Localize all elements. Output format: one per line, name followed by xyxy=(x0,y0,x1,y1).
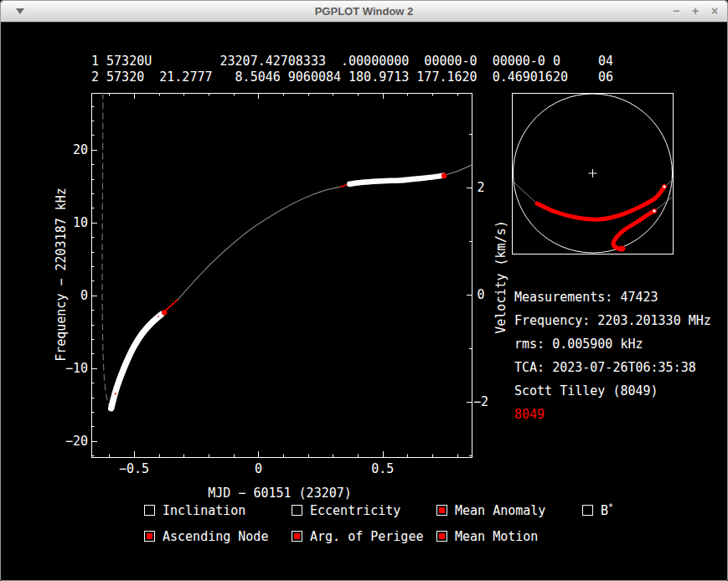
frequency-text: Frequency: 2203.201330 MHz xyxy=(514,314,711,327)
satellite-position-dot xyxy=(653,209,657,213)
satellite-position-dot xyxy=(663,185,667,189)
x-axis-title: MJD − 60151 (23207) xyxy=(154,486,405,500)
checkbox-ascending-node[interactable] xyxy=(144,531,155,542)
pgplot-window: PGPLOT Window 2 − + × 1 57320U 23207.427… xyxy=(0,0,728,581)
legend-label: B* xyxy=(601,504,613,517)
legend-label: Arg. of Perigee xyxy=(310,530,423,543)
sky-plot xyxy=(513,94,674,255)
tle-line-2: 2 57320 21.2777 8.5046 9060084 180.9713 … xyxy=(91,70,613,84)
checkbox-mean-motion[interactable] xyxy=(436,531,447,542)
outlier-speck-2 xyxy=(157,316,159,317)
legend-label: Eccentricity xyxy=(310,504,400,517)
legend-item-arg-of-perigee[interactable]: Arg. of Perigee xyxy=(292,530,423,544)
tick-label: 0 xyxy=(467,288,495,301)
rms-text: rms: 0.005900 kHz xyxy=(514,337,643,351)
plot-frame xyxy=(92,94,472,458)
tick-label: −20 xyxy=(48,434,88,448)
tick-label: −10 xyxy=(48,362,88,375)
measured-pre-tca xyxy=(111,315,162,409)
track-end-blob xyxy=(619,246,625,252)
tick-label: 2 xyxy=(467,181,495,194)
legend-item-b[interactable]: B* xyxy=(582,504,613,518)
tick-label: 10 xyxy=(48,216,88,229)
legend-label: Ascending Node xyxy=(163,530,268,543)
checkbox-eccentricity[interactable] xyxy=(292,505,302,516)
legend-item-mean-motion[interactable]: Mean Motion xyxy=(436,530,538,544)
pass2-lead-in xyxy=(654,198,672,211)
legend-item-eccentricity[interactable]: Eccentricity xyxy=(292,504,400,518)
fit-curve xyxy=(178,187,340,300)
tick-label: 0 xyxy=(48,289,88,302)
tick-label: −0.5 xyxy=(111,462,157,476)
checkbox-mean-anomaly[interactable] xyxy=(436,505,447,516)
legend-item-ascending-node[interactable]: Ascending Node xyxy=(144,530,268,544)
checkbox-arg-of-perigee[interactable] xyxy=(292,531,302,542)
tick-label: −2 xyxy=(467,395,495,409)
callsign-text: 8049 xyxy=(514,408,545,421)
tick-label: 20 xyxy=(48,143,88,157)
legend-label: Mean Anomaly xyxy=(455,504,545,517)
measurements-text: Measurements: 47423 xyxy=(514,290,658,304)
tick-label: 0.5 xyxy=(359,462,406,476)
legend-item-inclination[interactable]: Inclination xyxy=(144,504,245,518)
doppler-plot xyxy=(91,93,472,458)
tca-text: TCA: 2023-07-26T06:35:38 xyxy=(514,361,696,374)
tle-line-1: 1 57320U 23207.42708333 .00000000 00000-… xyxy=(91,54,613,68)
tick-label: 0 xyxy=(235,462,281,476)
legend-label: Mean Motion xyxy=(455,530,538,543)
measured-post-tca xyxy=(349,176,443,184)
node-marker-1 xyxy=(162,310,168,316)
observer-text: Scott Tilley (8049) xyxy=(514,384,658,398)
tle-epoch-curve xyxy=(102,93,111,409)
outlier-speck-1 xyxy=(115,393,116,394)
legend-label: Inclination xyxy=(163,504,245,517)
checkbox-b[interactable] xyxy=(582,505,593,516)
legend-item-mean-anomaly[interactable]: Mean Anomaly xyxy=(436,504,545,518)
pass1-lead-in xyxy=(513,181,537,203)
node-marker-2 xyxy=(441,173,447,179)
zenith-cross-icon xyxy=(589,169,597,177)
checkbox-inclination[interactable] xyxy=(144,505,155,516)
fit-curve-exit xyxy=(445,165,472,175)
